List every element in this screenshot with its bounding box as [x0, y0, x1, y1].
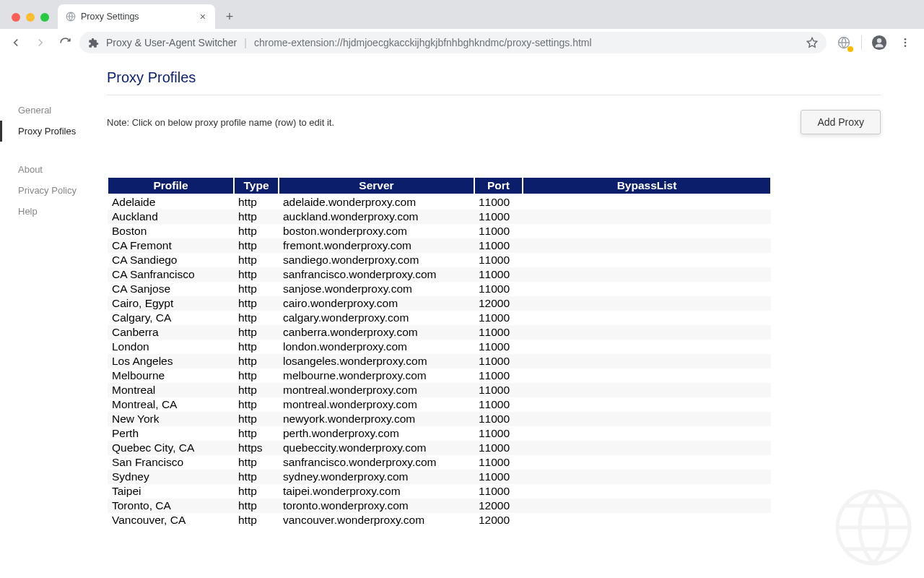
- main-content: Proxy Profiles Note: Click on below prox…: [107, 56, 924, 578]
- cell-server: fremont.wonderproxy.com: [279, 238, 474, 253]
- cell-port: 11000: [474, 325, 523, 340]
- maximize-window-button[interactable]: [40, 13, 49, 22]
- cell-type: http: [234, 455, 279, 470]
- cell-server: sanjose.wonderproxy.com: [279, 282, 474, 296]
- table-row[interactable]: Montreal, CAhttpmontreal.wonderproxy.com…: [108, 397, 771, 412]
- cell-type: http: [234, 311, 279, 325]
- table-row[interactable]: Calgary, CAhttpcalgary.wonderproxy.com11…: [108, 311, 771, 325]
- cell-type: http: [234, 282, 279, 296]
- sidebar-item-help[interactable]: Help: [0, 201, 107, 222]
- instruction-note: Note: Click on below proxy profile name …: [107, 117, 334, 128]
- extension-badge-icon[interactable]: [835, 34, 853, 51]
- table-row[interactable]: New Yorkhttpnewyork.wonderproxy.com11000: [108, 412, 771, 426]
- table-row[interactable]: Montrealhttpmontreal.wonderproxy.com1100…: [108, 383, 771, 397]
- sidebar-item-about[interactable]: About: [0, 159, 107, 180]
- cell-profile: Adelaide: [108, 194, 234, 210]
- sidebar-item-privacy-policy[interactable]: Privacy Policy: [0, 180, 107, 201]
- cell-type: http: [234, 513, 279, 527]
- note-row: Note: Click on below proxy profile name …: [107, 110, 881, 134]
- cell-port: 12000: [474, 513, 523, 527]
- cell-port: 11000: [474, 397, 523, 412]
- cell-profile: CA Sanfrancisco: [108, 267, 234, 282]
- col-port: Port: [474, 177, 523, 194]
- cell-type: http: [234, 325, 279, 340]
- cell-port: 11000: [474, 383, 523, 397]
- cell-server: perth.wonderproxy.com: [279, 426, 474, 441]
- cell-type: http: [234, 194, 279, 210]
- cell-profile: Sydney: [108, 470, 234, 484]
- cell-profile: Montreal, CA: [108, 397, 234, 412]
- cell-server: taipei.wonderproxy.com: [279, 484, 474, 499]
- cell-bypass: [523, 383, 771, 397]
- address-bar[interactable]: Proxy & User-Agent Switcher | chrome-ext…: [79, 32, 827, 53]
- cell-profile: Canberra: [108, 325, 234, 340]
- watermark-globe-icon: [830, 484, 917, 571]
- cell-port: 11000: [474, 484, 523, 499]
- cell-bypass: [523, 412, 771, 426]
- cell-bypass: [523, 194, 771, 210]
- cell-server: sanfrancisco.wonderproxy.com: [279, 455, 474, 470]
- bookmark-star-icon[interactable]: [806, 37, 818, 48]
- cell-server: quebeccity.wonderproxy.com: [279, 441, 474, 455]
- table-row[interactable]: Taipeihttptaipei.wonderproxy.com11000: [108, 484, 771, 499]
- cell-server: sandiego.wonderproxy.com: [279, 253, 474, 267]
- table-row[interactable]: CA Sanjosehttpsanjose.wonderproxy.com110…: [108, 282, 771, 296]
- toolbar-right: [831, 34, 918, 51]
- cell-bypass: [523, 499, 771, 513]
- table-row[interactable]: Aucklandhttpauckland.wonderproxy.com1100…: [108, 210, 771, 224]
- sidebar-item-proxy-profiles[interactable]: Proxy Profiles: [0, 121, 107, 142]
- cell-port: 11000: [474, 267, 523, 282]
- table-row[interactable]: Toronto, CAhttptoronto.wonderproxy.com12…: [108, 499, 771, 513]
- sidebar-item-general[interactable]: General: [0, 100, 107, 121]
- table-row[interactable]: Bostonhttpboston.wonderproxy.com11000: [108, 224, 771, 238]
- table-row[interactable]: Melbournehttpmelbourne.wonderproxy.com11…: [108, 368, 771, 383]
- table-row[interactable]: CA Fremonthttpfremont.wonderproxy.com110…: [108, 238, 771, 253]
- cell-profile: Auckland: [108, 210, 234, 224]
- cell-port: 11000: [474, 426, 523, 441]
- cell-server: losangeles.wonderproxy.com: [279, 354, 474, 368]
- cell-type: https: [234, 441, 279, 455]
- table-row[interactable]: Canberrahttpcanberra.wonderproxy.com1100…: [108, 325, 771, 340]
- table-row[interactable]: Sydneyhttpsydney.wonderproxy.com11000: [108, 470, 771, 484]
- browser-tab[interactable]: Proxy Settings ×: [58, 4, 215, 29]
- cell-profile: San Francisco: [108, 455, 234, 470]
- table-row[interactable]: CA Sandiegohttpsandiego.wonderproxy.com1…: [108, 253, 771, 267]
- cell-port: 12000: [474, 296, 523, 311]
- forward-button[interactable]: [30, 33, 51, 53]
- cell-profile: Taipei: [108, 484, 234, 499]
- cell-profile: Quebec City, CA: [108, 441, 234, 455]
- add-proxy-button[interactable]: Add Proxy: [801, 110, 881, 134]
- close-tab-button[interactable]: ×: [198, 11, 208, 22]
- table-row[interactable]: Los Angeleshttplosangeles.wonderproxy.co…: [108, 354, 771, 368]
- col-bypasslist: BypassList: [523, 177, 771, 194]
- cell-server: boston.wonderproxy.com: [279, 224, 474, 238]
- profile-avatar-icon[interactable]: [871, 34, 888, 51]
- reload-button[interactable]: [55, 33, 75, 53]
- minimize-window-button[interactable]: [26, 13, 35, 22]
- cell-profile: Melbourne: [108, 368, 234, 383]
- table-row[interactable]: Perthhttpperth.wonderproxy.com11000: [108, 426, 771, 441]
- cell-server: canberra.wonderproxy.com: [279, 325, 474, 340]
- globe-icon: [65, 11, 77, 22]
- table-row[interactable]: Londonhttplondon.wonderproxy.com11000: [108, 340, 771, 354]
- table-row[interactable]: Cairo, Egypthttpcairo.wonderproxy.com120…: [108, 296, 771, 311]
- proxy-table: Profile Type Server Port BypassList Adel…: [107, 176, 772, 527]
- new-tab-button[interactable]: +: [219, 7, 240, 27]
- table-row[interactable]: CA Sanfranciscohttpsanfrancisco.wonderpr…: [108, 267, 771, 282]
- cell-bypass: [523, 325, 771, 340]
- table-row[interactable]: Quebec City, CAhttpsquebeccity.wonderpro…: [108, 441, 771, 455]
- cell-type: http: [234, 470, 279, 484]
- cell-port: 11000: [474, 470, 523, 484]
- back-button[interactable]: [6, 33, 26, 53]
- close-window-button[interactable]: [12, 13, 20, 22]
- cell-profile: Montreal: [108, 383, 234, 397]
- table-header-row: Profile Type Server Port BypassList: [108, 177, 771, 194]
- menu-button[interactable]: [897, 34, 914, 51]
- table-row[interactable]: Adelaidehttpadelaide.wonderproxy.com1100…: [108, 194, 771, 210]
- url-text: chrome-extension://hjdmjoecgkacckijhgkjb…: [254, 37, 799, 48]
- svg-point-4: [905, 38, 907, 40]
- table-row[interactable]: Vancouver, CAhttpvancouver.wonderproxy.c…: [108, 513, 771, 527]
- cell-type: http: [234, 210, 279, 224]
- table-row[interactable]: San Franciscohttpsanfrancisco.wonderprox…: [108, 455, 771, 470]
- cell-server: montreal.wonderproxy.com: [279, 383, 474, 397]
